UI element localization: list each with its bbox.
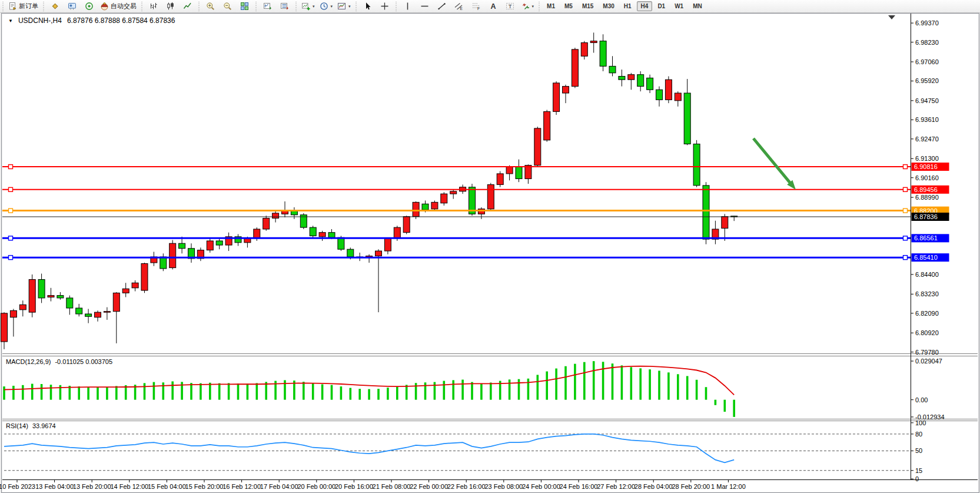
bar-chart-button[interactable]	[145, 0, 162, 12]
price-tick-label: 6.88990	[915, 194, 939, 201]
candle	[95, 312, 101, 317]
candle	[665, 80, 672, 100]
cascade-button[interactable]	[276, 0, 293, 12]
vertical-line-tool-button[interactable]	[399, 0, 416, 12]
price-tick-label: 6.82090	[915, 310, 939, 317]
zoom-in-button[interactable]	[202, 0, 219, 12]
templates-button[interactable]: ▾	[335, 0, 353, 12]
candle	[328, 233, 335, 238]
horizontal-line-tool-button[interactable]	[416, 0, 433, 12]
macd-pane	[3, 361, 735, 417]
candle	[384, 239, 391, 251]
profiles-button[interactable]	[46, 0, 64, 12]
candle	[179, 243, 185, 249]
hline-6.88200[interactable]	[2, 209, 911, 213]
data-window-button[interactable]	[81, 0, 98, 12]
svg-text:T: T	[508, 3, 511, 9]
timeframe-m30-button[interactable]: M30	[599, 1, 618, 11]
date-tick-label: 15 Feb 20:00	[185, 483, 224, 490]
candlestick-chart-button[interactable]	[162, 0, 179, 12]
timeframe-h1-button[interactable]: H1	[620, 1, 636, 11]
candle	[637, 75, 644, 87]
price-axis[interactable]: 6.993706.982306.970606.959206.947506.936…	[911, 19, 949, 482]
chart-menu-triangle-icon[interactable]: ▼	[8, 18, 13, 24]
rsi-tick-label: 0	[915, 475, 919, 482]
line-handle[interactable]	[9, 256, 13, 260]
candle	[273, 213, 279, 219]
line-handle[interactable]	[9, 165, 13, 169]
arrows-tool-button[interactable]: ▾	[519, 0, 537, 12]
candle	[57, 296, 64, 298]
candle	[525, 166, 531, 179]
macd-values: -0.011025 0.003705	[55, 358, 112, 365]
dropdown-caret-icon: ▾	[313, 4, 315, 9]
date-tick-label: 13 Feb 20:00	[73, 483, 111, 490]
hline-6.86561[interactable]	[2, 236, 911, 240]
svg-text:6.89456: 6.89456	[914, 186, 938, 193]
equidistant-channel-tool-button[interactable]: E	[450, 0, 467, 12]
toolbar-group	[145, 0, 196, 12]
newchart-icon	[301, 2, 310, 11]
line-handle[interactable]	[903, 187, 908, 191]
cursor-tool-button[interactable]	[359, 0, 376, 12]
candle	[10, 310, 16, 317]
line-handle[interactable]	[9, 236, 13, 240]
line-handle[interactable]	[9, 187, 13, 191]
price-badge-6.89456: 6.89456	[912, 186, 949, 194]
price-tick-label: 6.91300	[915, 155, 939, 162]
new-order-button[interactable]: 新订单	[6, 0, 41, 12]
rsi-tick-label: 15	[915, 467, 922, 474]
text-label-tool-button[interactable]: T	[501, 0, 519, 12]
timeframe-h4-button[interactable]: H4	[637, 1, 653, 11]
crosshair-tool-button[interactable]	[376, 0, 393, 12]
line-handle[interactable]	[903, 236, 908, 240]
hline-6.89456[interactable]	[2, 187, 911, 191]
new-chart-button[interactable]: ▾	[299, 0, 317, 12]
line-chart-button[interactable]	[179, 0, 196, 12]
chart-canvas[interactable]: 6.993706.982306.970606.959206.947506.936…	[0, 0, 980, 493]
line-handle[interactable]	[903, 165, 908, 169]
trendline-tool-button[interactable]	[433, 0, 450, 12]
toolbar-group: 自动交易	[46, 0, 139, 12]
main-toolbar: 新订单自动交易▾▾▾EFAT▾M1M5M15M30H1H4D1W1MN	[0, 0, 980, 13]
tline-icon	[437, 2, 446, 11]
timeframe-m5-button[interactable]: M5	[560, 1, 577, 11]
trend-arrow-annotation[interactable]	[753, 138, 796, 190]
timeframe-w1-button[interactable]: W1	[670, 1, 687, 11]
candle	[703, 186, 709, 239]
svg-text:E: E	[460, 6, 463, 11]
candle	[647, 78, 653, 90]
fibonacci-tool-button[interactable]: F	[467, 0, 484, 12]
candle	[38, 280, 45, 298]
svg-text:6.85410: 6.85410	[914, 254, 938, 261]
arrange2-icon	[280, 2, 289, 11]
timeframe-m15-button[interactable]: M15	[578, 1, 597, 11]
text-tool-button[interactable]: A	[484, 0, 501, 12]
candle	[563, 87, 569, 93]
hline-6.85410[interactable]	[2, 256, 911, 260]
zoom-out-button[interactable]	[219, 0, 236, 12]
auto-arrange-button[interactable]	[259, 0, 276, 12]
labelt-icon: T	[506, 2, 514, 11]
timeframe-d1-button[interactable]: D1	[653, 1, 669, 11]
date-tick-label: 22 Feb 16:00	[447, 483, 486, 490]
timeframe-m1-button[interactable]: M1	[543, 1, 559, 11]
candle	[675, 93, 681, 101]
candle	[85, 314, 92, 316]
horizontal-lines[interactable]	[2, 165, 911, 260]
clock-icon	[320, 2, 328, 11]
candle	[19, 305, 26, 310]
line-handle[interactable]	[9, 209, 13, 213]
line-handle[interactable]	[903, 256, 908, 260]
candle	[104, 312, 110, 312]
date-tick-label: 1 Mar 12:00	[711, 483, 746, 490]
auto-trading-button[interactable]: 自动交易	[98, 0, 139, 12]
tile-windows-button[interactable]	[236, 0, 253, 12]
candle	[338, 237, 344, 249]
timeframe-mn-button[interactable]: MN	[689, 1, 706, 11]
date-axis[interactable]: 10 Feb 202313 Feb 04:0013 Feb 20:0014 Fe…	[0, 479, 746, 490]
toolbar-group-grip	[2, 2, 4, 11]
market-watch-button[interactable]	[64, 0, 81, 12]
periods-button[interactable]: ▾	[317, 0, 335, 12]
line-handle[interactable]	[903, 209, 908, 213]
